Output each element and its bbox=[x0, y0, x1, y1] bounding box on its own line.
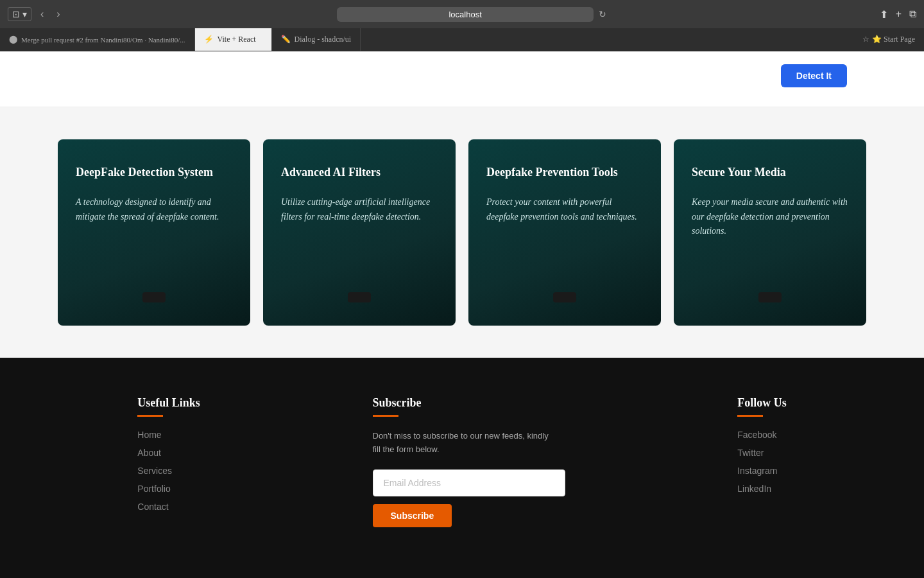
detect-button[interactable]: Detect It bbox=[781, 64, 847, 87]
subscribe-button[interactable]: Subscribe bbox=[373, 504, 452, 527]
page-content: Detect It DeepFake Detection System A te… bbox=[0, 51, 924, 578]
card-4-title: Secure Your Media bbox=[692, 165, 786, 180]
useful-links-heading: Useful Links bbox=[137, 396, 200, 410]
share-button[interactable]: ⬆ bbox=[880, 8, 888, 21]
new-tab-button[interactable]: + bbox=[896, 8, 902, 20]
card-prevention-tools: Deepfake Prevention Tools Protect your c… bbox=[468, 139, 661, 326]
card-1-desc: A technology designed to identify and mi… bbox=[76, 195, 232, 277]
footer-link-home[interactable]: Home bbox=[137, 430, 200, 440]
tab-dialog-label: Dialog - shadcn/ui bbox=[295, 35, 352, 44]
footer-link-services[interactable]: Services bbox=[137, 466, 200, 476]
card-4-desc: Keep your media secure and authentic wit… bbox=[692, 195, 848, 277]
card-4-button[interactable] bbox=[758, 292, 782, 302]
vite-icon: ⚡ bbox=[204, 35, 214, 44]
browser-controls: ⊡ ▾ ‹ › bbox=[8, 7, 64, 21]
card-2-button[interactable] bbox=[348, 292, 371, 302]
star-icon: ☆ bbox=[862, 35, 869, 44]
address-bar-container: ↻ bbox=[69, 7, 875, 22]
top-section: Detect It bbox=[0, 51, 924, 107]
card-2-title: Advanced AI Filters bbox=[281, 165, 381, 180]
back-button[interactable]: ‹ bbox=[37, 7, 47, 21]
social-link-linkedin[interactable]: LinkedIn bbox=[737, 484, 787, 494]
social-link-twitter[interactable]: Twitter bbox=[737, 448, 787, 458]
cards-section: DeepFake Detection System A technology d… bbox=[0, 107, 924, 358]
tab-bar: ⬤ Merge pull request #2 from Nandini80/O… bbox=[0, 28, 924, 51]
tab-vite-label: Vite + React bbox=[218, 35, 256, 44]
start-page-label: ⭐ Start Page bbox=[872, 35, 915, 44]
footer-link-about[interactable]: About bbox=[137, 448, 200, 458]
follow-us-heading: Follow Us bbox=[737, 396, 787, 410]
card-1-title: DeepFake Detection System bbox=[76, 165, 213, 180]
subscribe-heading: Subscribe bbox=[373, 396, 565, 410]
sidebar-toggle-button[interactable]: ⊡ ▾ bbox=[8, 7, 31, 21]
useful-links-underline bbox=[137, 415, 163, 417]
address-bar[interactable] bbox=[337, 7, 594, 22]
subscribe-description: Don't miss to subscribe to our new feeds… bbox=[373, 430, 552, 457]
github-icon: ⬤ bbox=[9, 35, 17, 44]
tab-start-page[interactable]: ☆ ⭐ Start Page bbox=[853, 28, 924, 51]
card-3-title: Deepfake Prevention Tools bbox=[486, 165, 618, 180]
dialog-icon: ✏️ bbox=[281, 35, 291, 44]
social-link-instagram[interactable]: Instagram bbox=[737, 466, 787, 476]
browser-chrome: ⊡ ▾ ‹ › ↻ ⬆ + ⧉ bbox=[0, 0, 924, 28]
browser-actions: ⬆ + ⧉ bbox=[880, 8, 916, 21]
footer-subscribe: Subscribe Don't miss to subscribe to our… bbox=[373, 396, 565, 527]
card-ai-filters: Advanced AI Filters Utilize cutting-edge… bbox=[263, 139, 456, 326]
tab-vite[interactable]: ⚡ Vite + React bbox=[195, 28, 272, 51]
social-link-facebook[interactable]: Facebook bbox=[737, 430, 787, 440]
reload-button[interactable]: ↻ bbox=[599, 7, 606, 22]
tab-github-label: Merge pull request #2 from Nandini80/Om … bbox=[21, 36, 185, 44]
card-3-desc: Protect your content with powerful deepf… bbox=[486, 195, 643, 277]
forward-button[interactable]: › bbox=[53, 7, 64, 21]
footer: Useful Links Home About Services Portfol… bbox=[0, 358, 924, 578]
footer-link-portfolio[interactable]: Portfolio bbox=[137, 484, 200, 494]
subscribe-underline bbox=[373, 415, 398, 417]
card-secure-media: Secure Your Media Keep your media secure… bbox=[674, 139, 866, 326]
footer-follow-us: Follow Us Facebook Twitter Instagram Lin… bbox=[737, 396, 787, 502]
card-2-desc: Utilize cutting-edge artificial intellig… bbox=[281, 195, 438, 277]
card-1-button[interactable] bbox=[142, 292, 166, 302]
tab-github[interactable]: ⬤ Merge pull request #2 from Nandini80/O… bbox=[0, 28, 195, 51]
footer-link-contact[interactable]: Contact bbox=[137, 502, 200, 512]
footer-useful-links: Useful Links Home About Services Portfol… bbox=[137, 396, 200, 520]
email-input[interactable] bbox=[373, 469, 565, 496]
card-deepfake-detection: DeepFake Detection System A technology d… bbox=[58, 139, 250, 326]
tab-overview-button[interactable]: ⧉ bbox=[909, 8, 916, 20]
follow-us-underline bbox=[737, 415, 763, 417]
tab-dialog[interactable]: ✏️ Dialog - shadcn/ui bbox=[272, 28, 361, 51]
card-3-button[interactable] bbox=[553, 292, 576, 302]
